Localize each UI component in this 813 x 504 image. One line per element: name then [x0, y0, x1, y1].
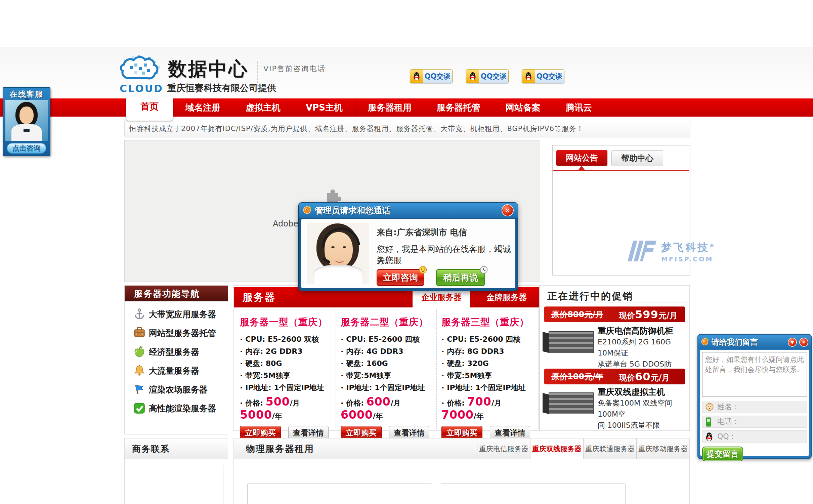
phone-field-label: 电话： — [717, 417, 739, 427]
nav-item-vps[interactable]: VPS主机 — [293, 98, 355, 117]
view-details-button[interactable]: 查看详情 — [389, 426, 429, 439]
sidebar-item-hp-render-server[interactable]: 高性能渲染服务器 — [125, 400, 228, 417]
notice-bar: 恒赛科技成立于2007年拥有IDC/ISP/资质,为用户提供、域名注册、服务器租… — [124, 120, 690, 137]
spec-bandwidth: 带宽:5M独享 — [240, 370, 336, 382]
sidebar-item-label: 经济型服务器 — [149, 346, 199, 358]
buy-now-button[interactable]: 立即购买 — [240, 426, 281, 439]
spec-ram: 内存: 4G DDR3 — [341, 345, 436, 358]
servers-title: 服务器 — [243, 287, 276, 307]
message-textarea[interactable]: 您好，如果您有什么疑问请点此处留言，我们会尽快与您联系. — [702, 352, 807, 397]
talk-later-button[interactable]: 稍后再说 — [436, 269, 485, 286]
sidebar-item-label: 大流量服务器 — [149, 365, 199, 376]
server-rack-image — [543, 392, 593, 414]
customer-service-photo — [307, 223, 369, 284]
close-icon[interactable]: ✕ — [502, 204, 514, 216]
watermark-name: 梦飞科技® — [661, 241, 716, 255]
qq-chat-button[interactable]: QQ交谈 — [522, 69, 564, 83]
watermark-domain: MFISP.COM — [661, 255, 716, 263]
promo-desc: E2100系列 2G 160G 10M保证 — [598, 336, 688, 359]
tab-unicom-servers[interactable]: 重庆联通服务器 — [583, 438, 636, 459]
nav-item-home[interactable]: 首页 — [126, 97, 173, 121]
view-details-button[interactable]: 查看详情 — [490, 426, 530, 439]
smiley-icon — [419, 266, 427, 274]
check-icon — [133, 402, 145, 414]
nav-item-server-rental[interactable]: 服务器租用 — [355, 98, 424, 117]
buy-now-button[interactable]: 立即购买 — [441, 426, 482, 439]
sidebar-item-high-traffic-server[interactable]: 大流量服务器 — [125, 362, 228, 379]
server-card: 服务器三型（重庆） CPU: E5-2600 四核 内存: 8G DDR3 硬盘… — [437, 309, 539, 429]
promo-item[interactable]: 重庆双线虚拟主机 免备案100M 双线空间 100M空 间 100IIS流量不限 — [543, 386, 688, 431]
spec-cpu: CPU: E5-2600 双核 — [240, 333, 336, 345]
spec-ip: IP地址: 1个固定IP地址 — [441, 382, 538, 394]
spec-disk: 硬盘: 320G — [441, 358, 538, 370]
promotions-panel: 正在进行中的促销 原价800元/月 现价599元/月 重庆电信高防御机柜 E21… — [540, 285, 690, 431]
servers-section: 服务器 企业服务器 金牌服务器 服务器一型（重庆） CPU: E5-2600 双… — [233, 285, 540, 431]
server-rack-image — [543, 331, 593, 353]
buy-now-button[interactable]: 立即购买 — [341, 426, 382, 439]
spec-ip: IP地址: 1个固定IP地址 — [240, 382, 336, 394]
qq-chat-button[interactable]: QQ交谈 — [410, 69, 453, 83]
submit-message-button[interactable]: 提交留言 — [702, 447, 743, 461]
tab-mobile-servers[interactable]: 重庆移动服务器 — [636, 438, 689, 459]
sidebar-item-render-farm-server[interactable]: 渲染农场服务器 — [125, 381, 228, 398]
active-tab-pointer-icon — [579, 166, 585, 170]
notice-text: 恒赛科技成立于2007年拥有IDC/ISP/资质,为用户提供、域名注册、服务器租… — [129, 120, 690, 137]
qq-field-row[interactable]: QQ： — [702, 430, 807, 443]
spec-bandwidth: 带宽:5M独享 — [441, 370, 538, 382]
qq-input[interactable] — [736, 432, 807, 441]
old-price: 原价100元/年 — [551, 371, 603, 382]
sidebar-item-website-hosting[interactable]: 网站型服务器托管 — [125, 325, 228, 341]
spec-ip: IP地址: 1个固定IP地址 — [341, 382, 436, 394]
server-card-title: 服务器二型（重庆） — [341, 316, 436, 329]
price-line: 价格: 700/月 7000/年 — [441, 395, 538, 421]
nav-item-icp[interactable]: 网站备案 — [493, 98, 553, 117]
site-title: 数据中心 — [168, 56, 249, 82]
admin-call-icon — [303, 205, 312, 216]
tab-help-center[interactable]: 帮助中心 — [611, 150, 663, 166]
page: CLOUD 数据中心 重庆恒赛科技有限公司提供 VIP售前咨询电话 QQ交谈 Q… — [0, 0, 813, 504]
nav-item-tencent-cloud[interactable]: 腾讯云 — [553, 98, 604, 117]
consult-now-button[interactable]: 立即咨询 — [377, 269, 424, 286]
sidebar-item-label: 大带宽应用服务器 — [149, 309, 216, 320]
phone-field-row[interactable]: 电话： — [702, 416, 807, 428]
qq-chat-button[interactable]: QQ交谈 — [466, 69, 509, 83]
bell-icon — [133, 365, 145, 377]
view-details-button[interactable]: 查看详情 — [288, 426, 329, 439]
online-service-title: 在线客服 — [3, 89, 50, 99]
tab-telecom-servers[interactable]: 重庆电信服务器 — [477, 438, 530, 459]
tab-site-announcements[interactable]: 网站公告 — [556, 150, 607, 166]
qq-penguin-icon — [410, 70, 423, 83]
announcement-tab-underline — [553, 170, 689, 171]
spec-disk: 硬盘: 80G — [240, 358, 336, 370]
click-to-consult-button[interactable]: 点击咨询 — [7, 143, 46, 154]
online-service-widget: 在线客服 点击咨询 — [3, 87, 50, 156]
name-field-row[interactable]: 姓名： — [702, 401, 807, 413]
nav-item-domain[interactable]: 域名注册 — [173, 98, 233, 117]
sidebar-item-economy-server[interactable]: 经济型服务器 — [125, 343, 228, 360]
name-input[interactable] — [739, 402, 807, 412]
rental-content-box — [441, 484, 626, 504]
dialog-titlebar[interactable]: 管理员请求和您通话 ✕ — [299, 203, 518, 218]
spec-ram: 内存: 2G DDR3 — [240, 345, 336, 358]
site-provider: 重庆恒赛科技有限公司提供 — [167, 82, 276, 94]
apple-icon — [133, 346, 145, 358]
new-price: 现价60元/月 — [619, 370, 670, 383]
qq-chat-label: QQ交谈 — [479, 70, 508, 83]
tab-dual-line-servers[interactable]: 重庆双线服务器 — [530, 438, 583, 459]
admin-call-dialog: 管理员请求和您通话 ✕ 来自:广东省深圳市 电信 您好，我是本网站的在线客服，竭… — [298, 202, 518, 291]
nav-item-virtual-host[interactable]: 虚拟主机 — [233, 98, 293, 117]
minimize-icon[interactable]: ▼ — [788, 338, 797, 347]
nav-items: 域名注册 虚拟主机 VPS主机 服务器租用 服务器托管 网站备案 腾讯云 — [173, 98, 604, 117]
chat-titlebar[interactable]: 请给我们留言 ▼ ✕ — [698, 335, 811, 349]
header-divider — [257, 61, 258, 90]
phone-input[interactable] — [739, 417, 807, 426]
promo-price-banner: 原价100元/年 现价60元/月 — [544, 369, 685, 384]
close-icon[interactable]: ✕ — [799, 338, 808, 347]
promotions-title: 正在进行中的促销 — [547, 290, 633, 303]
sidebar-item-bandwidth-server[interactable]: 大带宽应用服务器 — [125, 306, 228, 323]
sidebar-item-label: 渲染农场服务器 — [149, 384, 208, 395]
nav-item-server-hosting[interactable]: 服务器托管 — [424, 98, 493, 117]
promotions-underline — [540, 302, 689, 302]
business-contact-title: 商务联系 — [125, 438, 228, 459]
sidebar-title: 服务器功能导航 — [125, 286, 228, 302]
